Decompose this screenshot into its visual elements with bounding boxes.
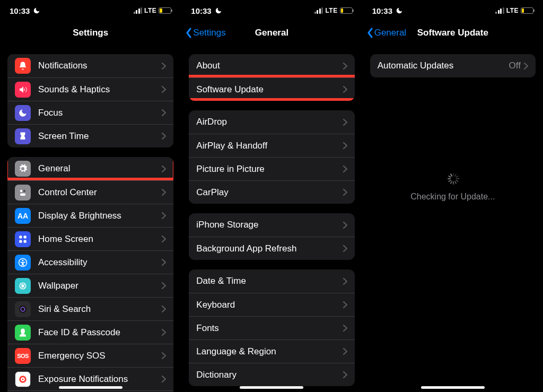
row-screentime[interactable]: Screen Time xyxy=(7,124,173,147)
row-label: Face ID & Passcode xyxy=(38,327,162,338)
row-label: Wallpaper xyxy=(38,281,162,291)
chevron-right-icon xyxy=(343,189,347,196)
notifications-icon xyxy=(15,58,31,74)
row-label: Display & Brightness xyxy=(38,211,162,221)
faceid-icon xyxy=(15,325,31,341)
row-siri[interactable]: Siri & Search xyxy=(7,297,173,320)
navbar: General Software Update xyxy=(363,21,543,45)
row-homescreen[interactable]: Home Screen xyxy=(7,227,173,250)
chevron-right-icon xyxy=(343,119,347,126)
row-language[interactable]: Language & Region xyxy=(189,339,354,363)
chevron-right-icon xyxy=(162,306,166,312)
navbar: Settings General xyxy=(181,21,362,45)
chevron-right-icon xyxy=(162,165,166,172)
status-time: 10:33 xyxy=(191,6,211,15)
back-button[interactable]: General xyxy=(367,21,406,45)
back-label: General xyxy=(374,28,406,38)
chevron-right-icon xyxy=(162,259,166,266)
do-not-disturb-icon xyxy=(396,7,403,14)
panel-settings: 10:33 LTE Settings NotificationsSounds &… xyxy=(0,0,181,392)
row-datetime[interactable]: Date & Time xyxy=(189,269,354,293)
row-sounds[interactable]: Sounds & Haptics xyxy=(7,77,173,101)
controlcenter-icon xyxy=(15,185,31,201)
home-indicator[interactable] xyxy=(421,386,485,389)
home-indicator[interactable] xyxy=(59,386,122,389)
chevron-right-icon xyxy=(162,352,166,359)
siri-icon xyxy=(15,301,31,317)
general-group-4: Date & TimeKeyboardFontsLanguage & Regio… xyxy=(189,269,354,386)
general-list[interactable]: AboutSoftware Update AirDropAirPlay & Ha… xyxy=(181,45,362,392)
row-storage[interactable]: iPhone Storage xyxy=(189,213,354,237)
chevron-right-icon xyxy=(343,301,347,308)
general-icon xyxy=(15,161,31,177)
row-label: About xyxy=(196,60,343,71)
row-airplay[interactable]: AirPlay & Handoff xyxy=(189,134,354,157)
chevron-right-icon xyxy=(162,212,166,219)
battery-icon xyxy=(159,7,171,14)
row-label: Date & Time xyxy=(196,276,343,286)
back-button[interactable]: Settings xyxy=(186,21,225,45)
svg-point-1 xyxy=(23,189,26,192)
row-carplay[interactable]: CarPlay xyxy=(189,180,354,204)
chevron-right-icon xyxy=(343,348,347,355)
row-automatic-updates[interactable]: Automatic Updates Off xyxy=(370,54,536,77)
row-label: Focus xyxy=(38,108,162,118)
row-label: iPhone Storage xyxy=(196,220,343,230)
row-backgroundrefresh[interactable]: Background App Refresh xyxy=(189,237,354,260)
status-bar: 10:33 LTE xyxy=(363,0,543,21)
settings-list[interactable]: NotificationsSounds & HapticsFocusScreen… xyxy=(0,45,181,392)
chevron-right-icon xyxy=(162,236,166,242)
row-label: Notifications xyxy=(38,60,162,71)
page-title: Software Update xyxy=(417,28,488,38)
row-label: Dictionary xyxy=(196,370,343,380)
row-faceid[interactable]: Face ID & Passcode xyxy=(7,320,173,344)
spinner-icon xyxy=(447,173,459,185)
chevron-left-icon xyxy=(186,28,192,38)
row-display[interactable]: AADisplay & Brightness xyxy=(7,204,173,227)
row-label: Emergency SOS xyxy=(38,351,162,361)
row-sos[interactable]: SOSEmergency SOS xyxy=(7,344,173,367)
chevron-right-icon xyxy=(343,142,347,149)
sounds-icon xyxy=(15,82,31,98)
do-not-disturb-icon xyxy=(33,7,40,14)
screentime-icon xyxy=(15,128,31,144)
row-detail: Off xyxy=(509,60,521,71)
row-about[interactable]: About xyxy=(189,54,354,77)
status-bar: 10:33 LTE xyxy=(0,0,181,21)
page-title: Settings xyxy=(73,28,108,38)
row-wallpaper[interactable]: Wallpaper xyxy=(7,274,173,297)
do-not-disturb-icon xyxy=(215,7,222,14)
signal-icon xyxy=(134,7,143,14)
row-label: Automatic Updates xyxy=(378,60,509,71)
status-text: Checking for Update... xyxy=(410,192,495,202)
chevron-right-icon xyxy=(343,165,347,172)
row-pip[interactable]: Picture in Picture xyxy=(189,157,354,180)
signal-icon xyxy=(314,7,323,14)
row-airdrop[interactable]: AirDrop xyxy=(189,110,354,134)
row-general[interactable]: General xyxy=(7,157,173,180)
sos-icon: SOS xyxy=(15,348,31,364)
row-keyboard[interactable]: Keyboard xyxy=(189,293,354,316)
row-dictionary[interactable]: Dictionary xyxy=(189,363,354,386)
chevron-right-icon xyxy=(162,133,166,140)
row-softwareupdate[interactable]: Software Update xyxy=(189,77,354,101)
chevron-right-icon xyxy=(343,222,347,229)
row-label: Accessibility xyxy=(38,257,162,268)
row-label: Picture in Picture xyxy=(196,164,343,175)
wallpaper-icon xyxy=(15,278,31,294)
home-indicator[interactable] xyxy=(240,386,303,389)
row-controlcenter[interactable]: Control Center xyxy=(7,180,173,204)
network-label: LTE xyxy=(144,7,156,14)
row-notifications[interactable]: Notifications xyxy=(7,54,173,77)
row-accessibility[interactable]: Accessibility xyxy=(7,250,173,274)
row-focus[interactable]: Focus xyxy=(7,101,173,124)
row-fonts[interactable]: Fonts xyxy=(189,316,354,339)
checking-status: Checking for Update... xyxy=(370,173,536,202)
chevron-right-icon xyxy=(343,325,347,332)
row-label: AirDrop xyxy=(196,117,343,127)
software-update-content: Automatic Updates Off Checking for Updat… xyxy=(363,45,543,392)
chevron-right-icon xyxy=(162,189,166,196)
svg-point-15 xyxy=(22,378,24,380)
svg-point-8 xyxy=(22,259,24,261)
svg-rect-3 xyxy=(19,236,22,238)
